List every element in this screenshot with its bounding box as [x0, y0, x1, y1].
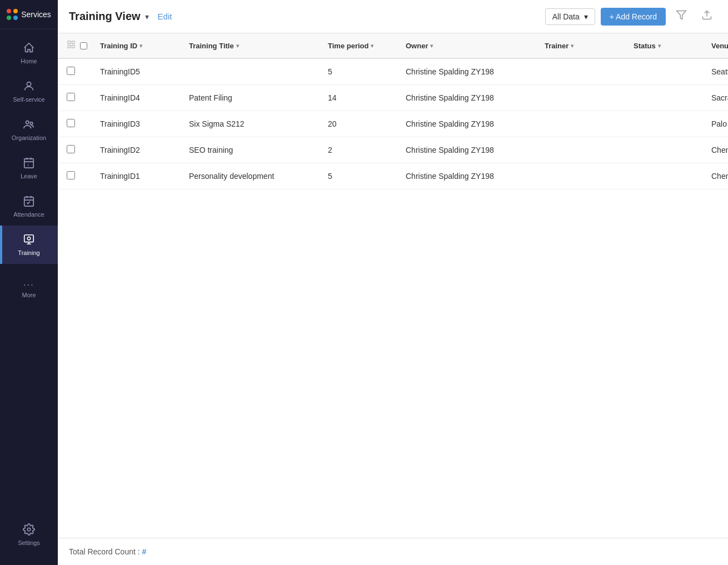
sort-arrow-status: ▾	[658, 43, 661, 49]
svg-text:1: 1	[27, 163, 29, 167]
cell-trainer-1	[536, 85, 625, 111]
select-all-checkbox[interactable]	[80, 42, 87, 50]
sort-training-title[interactable]: Training Title ▾	[189, 42, 239, 50]
sort-status[interactable]: Status ▾	[634, 42, 661, 50]
cell-training-id-0: TrainingID5	[91, 58, 180, 85]
sidebar-item-home-label: Home	[21, 58, 37, 64]
th-trainer[interactable]: Trainer ▾	[536, 33, 625, 58]
cell-trainer-3	[536, 137, 625, 163]
th-owner[interactable]: Owner ▾	[397, 33, 536, 58]
dot-green	[7, 16, 11, 20]
main-content: Training View ▾ Edit All Data ▾ + Add Re…	[58, 0, 728, 565]
th-time-period-label: Time period	[328, 42, 368, 50]
row-checkbox-4[interactable]	[67, 171, 75, 179]
cell-venue-4: Chennai	[702, 163, 728, 189]
sidebar-item-organization-label: Organization	[12, 134, 46, 141]
sort-owner[interactable]: Owner ▾	[406, 42, 433, 50]
sidebar-item-more[interactable]: ··· More	[0, 273, 58, 306]
training-table: Training ID ▾ Training Title ▾ Time peri…	[58, 33, 728, 189]
sidebar-services[interactable]: Services	[0, 0, 58, 29]
sort-time-period[interactable]: Time period ▾	[328, 42, 373, 50]
sort-training-id[interactable]: Training ID ▾	[100, 42, 142, 50]
cell-time-period-2: 20	[319, 111, 397, 137]
cell-time-period-0: 5	[319, 58, 397, 85]
table-body: TrainingID5 5 Christine Spalding ZY198 S…	[58, 58, 728, 189]
svg-rect-11	[68, 41, 71, 44]
svg-rect-12	[72, 41, 74, 44]
cell-status-0	[625, 58, 702, 85]
dropdown-chevron-icon: ▾	[584, 12, 588, 21]
export-icon[interactable]	[697, 7, 717, 26]
leave-icon: 1	[23, 157, 35, 171]
sort-venue[interactable]: Venue ▾	[711, 42, 728, 50]
sidebar-item-training[interactable]: Training	[0, 226, 58, 264]
th-venue-label: Venue	[711, 42, 728, 50]
footer: Total Record Count : #	[58, 538, 728, 565]
add-record-button[interactable]: + Add Record	[601, 8, 666, 26]
th-status-label: Status	[634, 42, 656, 50]
cell-training-id-1: TrainingID4	[91, 85, 180, 111]
cell-training-id-4: TrainingID1	[91, 163, 180, 189]
footer-count: #	[142, 547, 147, 556]
self-service-icon	[23, 80, 35, 94]
th-status[interactable]: Status ▾	[625, 33, 702, 58]
sort-arrow-owner: ▾	[430, 43, 433, 49]
th-training-id[interactable]: Training ID ▾	[91, 33, 180, 58]
sidebar-item-home[interactable]: Home	[0, 34, 58, 72]
sidebar-nav: Home Self-service Organization	[0, 29, 58, 516]
sort-arrow-training-title: ▾	[236, 43, 239, 49]
cell-venue-1: Sacramento	[702, 85, 728, 111]
sidebar-item-settings[interactable]: Settings	[0, 516, 58, 554]
dot-yellow	[13, 9, 18, 13]
row-checkbox-1[interactable]	[67, 93, 75, 101]
table-row: TrainingID1 Personality development 5 Ch…	[58, 163, 728, 189]
svg-point-7	[27, 237, 31, 240]
cell-venue-2: Palo Alto	[702, 111, 728, 137]
sidebar-item-leave[interactable]: 1 Leave	[0, 149, 58, 187]
cell-owner-2: Christine Spalding ZY198	[397, 111, 536, 137]
cell-trainer-4	[536, 163, 625, 189]
row-checkbox-cell	[58, 85, 91, 111]
svg-point-2	[30, 122, 33, 125]
th-training-title[interactable]: Training Title ▾	[180, 33, 319, 58]
cell-time-period-3: 2	[319, 137, 397, 163]
more-icon: ···	[23, 281, 34, 289]
title-chevron-icon: ▾	[145, 12, 149, 21]
th-time-period[interactable]: Time period ▾	[319, 33, 397, 58]
header: Training View ▾ Edit All Data ▾ + Add Re…	[58, 0, 728, 33]
table-row: TrainingID4 Patent Filing 14 Christine S…	[58, 85, 728, 111]
sort-arrow-training-id: ▾	[139, 43, 142, 49]
training-icon	[23, 233, 35, 247]
row-checkbox-3[interactable]	[67, 145, 75, 153]
table-row: TrainingID5 5 Christine Spalding ZY198 S…	[58, 58, 728, 85]
cell-owner-4: Christine Spalding ZY198	[397, 163, 536, 189]
cell-training-title-0	[180, 58, 319, 85]
sidebar-item-more-label: More	[22, 292, 36, 298]
th-venue[interactable]: Venue ▾	[702, 33, 728, 58]
row-checkbox-2[interactable]	[67, 119, 75, 127]
sidebar-item-settings-label: Settings	[18, 539, 40, 546]
cell-owner-1: Christine Spalding ZY198	[397, 85, 536, 111]
edit-link[interactable]: Edit	[158, 12, 172, 21]
cell-venue-0: Seattle	[702, 58, 728, 85]
th-owner-label: Owner	[406, 42, 428, 50]
sidebar: Services Home Self-service	[0, 0, 58, 565]
svg-rect-14	[72, 45, 74, 48]
row-checkbox-cell	[58, 163, 91, 189]
svg-point-1	[26, 121, 29, 124]
all-data-dropdown[interactable]: All Data ▾	[545, 8, 595, 25]
row-checkbox-0[interactable]	[67, 67, 75, 75]
attendance-icon	[23, 195, 35, 209]
svg-point-8	[27, 528, 31, 531]
cell-status-4	[625, 163, 702, 189]
svg-marker-9	[677, 11, 686, 19]
sidebar-item-self-service[interactable]: Self-service	[0, 72, 58, 111]
sidebar-item-attendance-label: Attendance	[13, 211, 44, 218]
cell-training-title-2: Six Sigma S212	[180, 111, 319, 137]
sort-trainer[interactable]: Trainer ▾	[545, 42, 574, 50]
filter-icon[interactable]	[671, 7, 691, 26]
cell-time-period-1: 14	[319, 85, 397, 111]
sidebar-item-attendance[interactable]: Attendance	[0, 187, 58, 226]
sidebar-item-organization[interactable]: Organization	[0, 111, 58, 149]
header-actions: All Data ▾ + Add Record	[545, 7, 717, 26]
